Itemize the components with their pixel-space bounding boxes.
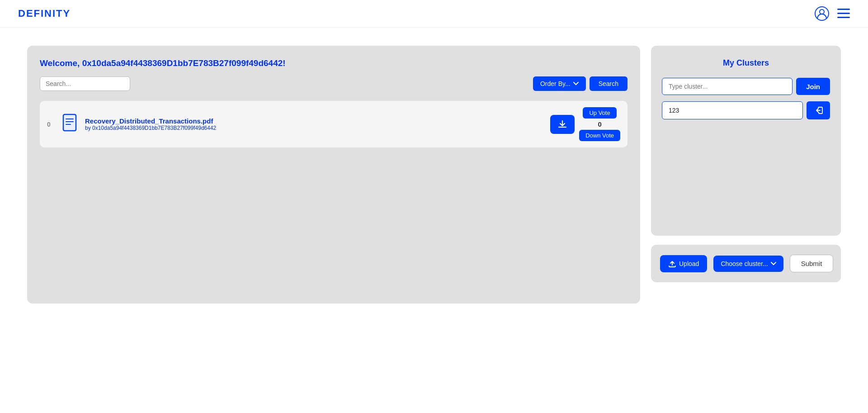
- file-icon: [62, 114, 79, 135]
- clusters-card: My Clusters Join: [651, 46, 841, 236]
- menu-icon-button[interactable]: [837, 9, 850, 19]
- svg-rect-3: [837, 13, 850, 14]
- upload-card: Upload Choose cluster... Submit: [651, 245, 841, 282]
- download-button[interactable]: [550, 115, 575, 134]
- upvote-button[interactable]: Up Vote: [583, 107, 616, 119]
- user-icon-button[interactable]: [815, 6, 829, 21]
- vote-column: Up Vote 0 Down Vote: [579, 107, 620, 141]
- file-info: Recovery_Distributed_Transactions.pdf by…: [85, 117, 544, 131]
- downvote-button[interactable]: Down Vote: [579, 130, 620, 141]
- file-card: 0 Recovery_Distributed_Transactions.pdf …: [40, 101, 627, 147]
- search-input[interactable]: [40, 76, 130, 91]
- choose-cluster-button[interactable]: Choose cluster...: [713, 256, 783, 272]
- right-panel: My Clusters Join: [651, 46, 841, 304]
- navbar: DEFINITY: [0, 0, 868, 28]
- svg-rect-5: [63, 114, 76, 131]
- join-button[interactable]: Join: [796, 78, 830, 95]
- logo: DEFINITY: [18, 8, 71, 19]
- leave-cluster-button[interactable]: [807, 101, 830, 119]
- file-author: by 0x10da5a94f4438369D1bb7E783B27f099f49…: [85, 125, 544, 131]
- file-number: 0: [47, 121, 56, 128]
- cluster-leave-row: [662, 101, 830, 119]
- file-actions: Up Vote 0 Down Vote: [550, 107, 620, 141]
- submit-button[interactable]: Submit: [790, 255, 834, 272]
- cluster-join-row: Join: [662, 78, 830, 95]
- upload-button[interactable]: Upload: [660, 255, 707, 272]
- clusters-title: My Clusters: [662, 58, 830, 68]
- cluster-join-input[interactable]: [662, 78, 793, 95]
- svg-rect-4: [837, 17, 850, 18]
- search-right: Order By... Search: [533, 76, 627, 91]
- svg-point-1: [820, 9, 824, 14]
- main-layout: Welcome, 0x10da5a94f4438369D1bb7E783B27f…: [0, 28, 868, 322]
- search-row: Order By... Search: [40, 76, 627, 91]
- cluster-value-input[interactable]: [662, 101, 803, 119]
- vote-count: 0: [598, 120, 601, 128]
- left-panel: Welcome, 0x10da5a94f4438369D1bb7E783B27f…: [27, 46, 640, 304]
- file-name: Recovery_Distributed_Transactions.pdf: [85, 117, 544, 125]
- welcome-title: Welcome, 0x10da5a94f4438369D1bb7E783B27f…: [40, 58, 627, 68]
- order-by-button[interactable]: Order By...: [533, 76, 586, 91]
- navbar-right: [815, 6, 850, 21]
- search-button[interactable]: Search: [590, 76, 627, 91]
- svg-rect-2: [837, 9, 850, 10]
